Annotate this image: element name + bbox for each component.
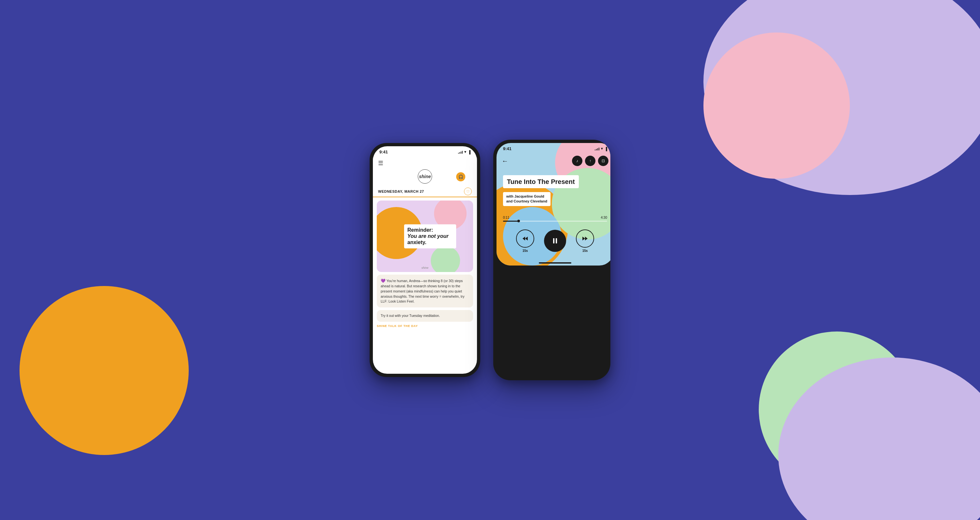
featured-card[interactable]: Reminder: You are not your anxiety. shin… [377, 201, 473, 272]
rewind-group: 15s [516, 230, 534, 252]
back-button[interactable]: ← [502, 157, 508, 165]
rewind-label: 15s [523, 249, 528, 252]
wifi-icon: ▾ [464, 150, 466, 154]
bg-blob-pink [703, 33, 850, 179]
hamburger-menu[interactable]: ☰ [378, 160, 472, 166]
audio-title: Tune Into The Present [507, 178, 575, 185]
phone-left: 9:41 ▾ ▐ ☰ shine [370, 143, 480, 377]
svg-rect-2 [553, 238, 554, 243]
bookmark-icon: ⊡ [601, 159, 605, 163]
heart-icon[interactable]: ♡ [464, 187, 472, 195]
card-blob-green [431, 246, 460, 272]
forward-button[interactable] [576, 230, 594, 248]
time-current: 0:11 [503, 216, 509, 219]
share-button[interactable]: ↑ [585, 156, 595, 166]
bubble-emoji: 💜 [381, 279, 385, 283]
audio-controls: 15s [503, 230, 607, 252]
progress-dot [517, 220, 520, 222]
audio-subtitle-line2: and Courtney Cleveland [506, 199, 547, 204]
forward-group: 15s [576, 230, 594, 252]
progress-bar-fill [503, 221, 519, 222]
left-screen: 9:41 ▾ ▐ ☰ shine [373, 146, 477, 374]
shine-logo: shine [418, 169, 432, 184]
left-status-icons: ▾ ▐ [458, 150, 471, 154]
left-status-bar: 9:41 ▾ ▐ [373, 146, 477, 156]
date-text: WEDNESDAY, MARCH 27 [378, 189, 424, 193]
shine-talk-label: SHINE TALK OF THE DAY [377, 324, 473, 328]
music-note-button[interactable]: ♪ [572, 156, 582, 166]
forward-label: 15s [582, 249, 588, 252]
bubble-text-1: You're human, Andrea—so thinking 8 (or 3… [381, 279, 464, 303]
date-bar: WEDNESDAY, MARCH 27 ♡ [373, 185, 477, 197]
left-content: Reminder: You are not your anxiety. shin… [373, 197, 477, 374]
rewind-button[interactable] [516, 230, 534, 248]
card-text: Reminder: You are not your anxiety. [404, 224, 456, 248]
time-total: 4:30 [601, 216, 607, 219]
right-header: ← ♪ ↑ ⊡ [496, 153, 610, 169]
battery-icon: ▐ [468, 150, 471, 154]
bg-blob-orange [19, 286, 189, 455]
share-icon: ↑ [589, 159, 591, 163]
right-status-icons: ▾ ▐ [595, 147, 607, 151]
music-note-icon: ♪ [576, 159, 578, 163]
progress-area: 0:11 4:30 [503, 216, 607, 222]
audio-content: Tune Into The Present with Jacqueline Go… [496, 169, 610, 266]
headphone-icon[interactable]: 🎧 [456, 172, 465, 181]
right-status-bar: 9:41 ▾ ▐ [496, 143, 610, 153]
svg-marker-5 [585, 236, 588, 241]
forward-icon [582, 235, 588, 242]
phones-container: 9:41 ▾ ▐ ☰ shine [370, 140, 610, 380]
card-headline-line3: anxiety. [407, 239, 453, 246]
header-icons: ♪ ↑ ⊡ [572, 156, 608, 166]
phone-right: 9:41 ▾ ▐ ← ♪ [493, 140, 610, 380]
svg-marker-1 [525, 236, 528, 241]
right-signal-icon [595, 147, 600, 151]
text-bubble-1: 💜 You're human, Andrea—so thinking 8 (or… [377, 274, 473, 308]
progress-times: 0:11 4:30 [503, 216, 607, 219]
audio-title-box: Tune Into The Present [503, 175, 579, 188]
shine-logo-area: shine 🎧 [378, 168, 472, 185]
svg-rect-3 [556, 238, 557, 243]
right-wifi-icon: ▾ [601, 147, 603, 151]
bookmark-button[interactable]: ⊡ [598, 156, 608, 166]
audio-subtitle-line1: with Jacqueline Gould [506, 194, 547, 199]
bubble-text-2: Try it out with your Tuesday meditation. [381, 314, 440, 317]
text-bubble-2: Try it out with your Tuesday meditation. [377, 310, 473, 322]
rewind-icon [522, 235, 528, 242]
audio-subtitle-box: with Jacqueline Gould and Courtney Cleve… [503, 192, 550, 206]
pause-button[interactable] [544, 230, 566, 252]
right-screen: 9:41 ▾ ▐ ← ♪ [496, 143, 610, 266]
card-headline-line1: Reminder: [407, 227, 453, 233]
card-headline-line2: You are not your [407, 233, 453, 239]
pause-icon [552, 237, 558, 244]
svg-marker-0 [523, 236, 525, 241]
card-watermark: shine [422, 266, 428, 270]
right-time: 9:41 [503, 146, 511, 151]
svg-marker-4 [582, 236, 585, 241]
signal-icon [458, 151, 463, 154]
left-header: ☰ shine 🎧 [373, 156, 477, 185]
left-time: 9:41 [379, 149, 388, 154]
right-battery-icon: ▐ [605, 147, 607, 151]
progress-bar-track[interactable] [503, 221, 607, 222]
